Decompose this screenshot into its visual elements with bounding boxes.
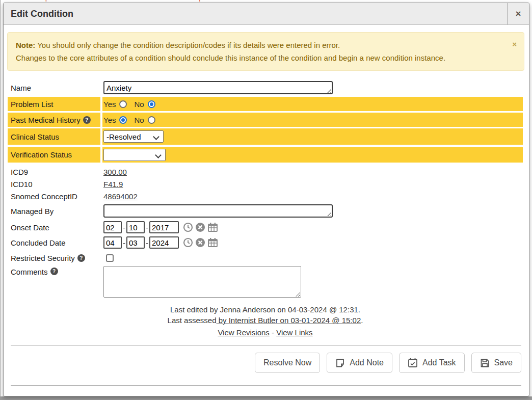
- row-icd9: ICD9 300.00: [8, 166, 523, 178]
- icd9-code-link[interactable]: 300.00: [103, 168, 127, 176]
- pmh-no-radio[interactable]: [148, 116, 155, 124]
- divider-below-buttons: [11, 385, 521, 386]
- concluded-month-input[interactable]: [103, 236, 122, 249]
- help-icon[interactable]: ?: [77, 254, 85, 262]
- verification-status-select[interactable]: [103, 149, 166, 161]
- comments-label: Comments: [11, 268, 48, 276]
- save-button[interactable]: Save: [471, 353, 521, 373]
- clear-date-icon[interactable]: [195, 237, 205, 248]
- row-managed-by: Managed By: [8, 203, 523, 219]
- edit-condition-dialog: Edit Condition × Note: You should only c…: [3, 3, 529, 396]
- restricted-security-checkbox[interactable]: [106, 254, 114, 262]
- last-edited-line: Last edited by Jenna Anderson on 04-03-2…: [8, 304, 523, 315]
- snomed-label: Snomed ConceptID: [8, 190, 100, 202]
- add-task-button[interactable]: Add Task: [399, 353, 465, 373]
- calendar-check-icon: [408, 358, 418, 368]
- add-note-button[interactable]: Add Note: [327, 353, 392, 373]
- row-restricted-security: Restricted Security ?: [8, 252, 523, 264]
- problem-list-label: Problem List: [8, 97, 100, 111]
- icd10-code-link[interactable]: F41.9: [103, 180, 123, 189]
- row-onset-date: Onset Date - -: [8, 220, 523, 234]
- concluded-year-input[interactable]: [149, 236, 179, 249]
- help-icon[interactable]: ?: [83, 116, 91, 124]
- problem-list-yes-radio[interactable]: [119, 100, 127, 108]
- row-comments: Comments ?: [8, 266, 523, 299]
- managed-by-label: Managed By: [8, 203, 100, 219]
- row-icd10: ICD10 F41.9: [8, 178, 523, 190]
- clear-date-icon[interactable]: [195, 222, 205, 232]
- dialog-header: Edit Condition ×: [4, 3, 529, 25]
- warning-note-banner: Note: You should only change the conditi…: [7, 32, 524, 71]
- note-icon: [335, 358, 345, 368]
- add-note-label: Add Note: [350, 358, 384, 367]
- onset-day-input[interactable]: [126, 221, 145, 233]
- note-close-icon[interactable]: ×: [512, 38, 517, 50]
- date-separator: -: [146, 223, 148, 232]
- view-links-link[interactable]: View Links: [276, 328, 312, 337]
- close-icon: ×: [515, 8, 521, 19]
- pmh-no-label: No: [134, 116, 144, 124]
- add-task-label: Add Task: [422, 358, 456, 367]
- managed-by-input[interactable]: [103, 204, 333, 218]
- problem-list-no-label: No: [134, 100, 144, 109]
- row-concluded-date: Concluded Date - -: [8, 235, 523, 250]
- onset-year-input[interactable]: [149, 221, 179, 233]
- row-snomed: Snomed ConceptID 48694002: [8, 190, 523, 202]
- clinical-status-label: Clinical Status: [8, 128, 100, 145]
- row-name: Name: [8, 80, 523, 95]
- date-separator: -: [123, 223, 125, 232]
- page-bottom-strip: [0, 396, 532, 400]
- last-assessed-link[interactable]: by Internist Butler on 03-01-2024 @ 15:0…: [216, 316, 361, 325]
- resolve-now-button[interactable]: Resolve Now: [255, 353, 320, 373]
- problem-list-yes-label: Yes: [103, 100, 116, 109]
- row-past-medical-history: Past Medical History ? Yes No: [8, 113, 523, 127]
- clock-icon[interactable]: [183, 222, 193, 232]
- clipped-background-text: Tasks 4 Open Enc 1 Due List 10 Overdue R…: [2, 0, 249, 2]
- note-line-2: Changes to the core attributes of a cond…: [16, 51, 516, 64]
- view-links-line: View Revisions - View Links: [8, 328, 523, 337]
- clinical-status-select[interactable]: -Resolved: [103, 130, 164, 143]
- action-button-row: Resolve Now Add Note Add Task: [8, 346, 523, 373]
- past-medical-history-label: Past Medical History: [11, 116, 81, 124]
- concluded-date-label: Concluded Date: [8, 235, 100, 250]
- name-label: Name: [8, 80, 100, 95]
- date-separator: -: [146, 238, 148, 247]
- name-input[interactable]: [103, 81, 333, 94]
- dialog-close-button[interactable]: ×: [507, 3, 529, 24]
- page-left-edge: [0, 0, 1, 400]
- row-verification-status: Verification Status: [8, 147, 523, 163]
- icd9-label: ICD9: [8, 166, 100, 178]
- row-problem-list: Problem List Yes No: [8, 97, 523, 111]
- date-separator: -: [123, 238, 125, 247]
- restricted-security-label: Restricted Security: [11, 254, 75, 262]
- concluded-day-input[interactable]: [126, 236, 145, 249]
- clock-icon[interactable]: [183, 237, 193, 248]
- row-clinical-status: Clinical Status -Resolved: [8, 128, 523, 145]
- note-prefix: Note:: [16, 41, 35, 49]
- view-revisions-link[interactable]: View Revisions: [218, 328, 269, 337]
- verification-status-label: Verification Status: [8, 147, 100, 163]
- form-body: Name Problem List Yes No Past Medical Hi…: [4, 80, 529, 386]
- icd10-label: ICD10: [8, 178, 100, 190]
- clinical-status-value: -Resolved: [107, 132, 141, 141]
- onset-date-label: Onset Date: [8, 220, 100, 234]
- onset-month-input[interactable]: [103, 221, 122, 233]
- pmh-yes-label: Yes: [103, 116, 116, 124]
- dialog-title: Edit Condition: [4, 3, 507, 24]
- calendar-icon[interactable]: [207, 222, 218, 232]
- link-separator: -: [272, 328, 274, 337]
- save-label: Save: [494, 358, 513, 367]
- note-line-1: Note: You should only change the conditi…: [16, 39, 516, 51]
- snomed-code-link[interactable]: 48694002: [103, 192, 138, 201]
- pmh-yes-radio[interactable]: [119, 116, 127, 124]
- comments-textarea[interactable]: [103, 266, 301, 298]
- calendar-icon[interactable]: [207, 237, 218, 248]
- resolve-now-label: Resolve Now: [263, 358, 311, 367]
- last-assessed-line: Last assessed by Internist Butler on 03-…: [8, 315, 523, 326]
- help-icon[interactable]: ?: [50, 268, 58, 275]
- problem-list-no-radio[interactable]: [148, 100, 155, 108]
- save-icon: [480, 358, 490, 368]
